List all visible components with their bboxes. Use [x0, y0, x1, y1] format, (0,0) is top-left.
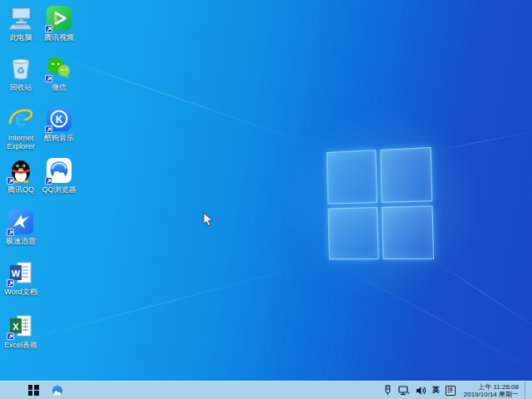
- excel-icon: X: [7, 313, 34, 339]
- icon-label: QQ浏览器: [42, 185, 76, 194]
- shortcut-arrow-badge: [7, 279, 14, 287]
- icon-label: 腾讯视频: [44, 33, 74, 42]
- icon-label: 酷狗音乐: [44, 134, 74, 142]
- windows-start-icon: [28, 385, 39, 396]
- icon-label: Word文档: [4, 288, 37, 296]
- taskbar-qq-browser-button[interactable]: [46, 382, 69, 399]
- icon-label: 回收站: [10, 83, 32, 91]
- icon-label: 腾讯QQ: [7, 185, 34, 194]
- kugou-letter: K: [56, 114, 63, 126]
- desktop-icon-excel[interactable]: X Excel表格: [2, 313, 40, 349]
- windows-logo-wallpaper: [327, 147, 434, 259]
- taskbar-clock[interactable]: 上午 11:26:08 2019/10/14 星期一: [461, 383, 519, 398]
- icon-label: 极速迅雷: [6, 237, 36, 245]
- mouse-cursor: [203, 212, 213, 230]
- desktop-icon-qq-browser[interactable]: QQ浏览器: [40, 157, 78, 194]
- shortcut-arrow-badge: [45, 25, 52, 32]
- desktop-icon-internet-explorer[interactable]: e Internet Explorer: [2, 106, 40, 150]
- word-icon: W: [7, 259, 34, 286]
- excel-letter: X: [12, 322, 19, 332]
- shortcut-arrow-badge: [7, 332, 14, 340]
- start-button[interactable]: [21, 382, 46, 399]
- desktop-icon-word[interactable]: W Word文档: [2, 259, 40, 296]
- system-tray: 英 拼 上午 11:26:08 2019/10/14 星期一: [383, 382, 532, 399]
- logo-pane: [380, 147, 433, 203]
- tencent-qq-icon: [7, 157, 34, 184]
- network-tray-icon[interactable]: [398, 382, 410, 399]
- usb-eject-tray-icon[interactable]: [383, 382, 392, 399]
- wallpaper-ray: [328, 259, 532, 377]
- desktop: 此电脑 腾讯视频 ♻ 回收站: [0, 0, 532, 399]
- taskbar: 英 拼 上午 11:26:08 2019/10/14 星期一: [0, 381, 532, 399]
- icon-label: 微信: [52, 83, 66, 91]
- internet-explorer-icon: e: [7, 106, 34, 132]
- thunder-icon: [7, 209, 34, 235]
- recycle-bin-icon: ♻: [7, 55, 34, 81]
- ime-mode-button[interactable]: 拼: [446, 382, 456, 399]
- logo-pane: [327, 150, 377, 204]
- logo-pane: [328, 207, 378, 260]
- desktop-icon-wechat[interactable]: 微信: [40, 55, 78, 91]
- shortcut-arrow-badge: [7, 229, 14, 236]
- desktop-icon-tencent-video[interactable]: 腾讯视频: [40, 5, 78, 42]
- shortcut-arrow-badge: [45, 126, 52, 133]
- ime-mode-icon: 拼: [446, 386, 456, 396]
- volume-tray-icon[interactable]: [416, 382, 426, 399]
- word-letter: W: [12, 268, 21, 278]
- shortcut-arrow-badge: [45, 177, 52, 185]
- icon-label: 此电脑: [10, 33, 32, 42]
- tencent-video-icon: [46, 5, 72, 32]
- clock-time: 上午 11:26:08: [464, 383, 519, 391]
- show-desktop-button[interactable]: [525, 382, 528, 399]
- shortcut-arrow-badge: [45, 75, 52, 82]
- desktop-icon-kugou-music[interactable]: K 酷狗音乐: [40, 106, 78, 142]
- wallpaper-ray: [0, 260, 326, 347]
- qq-browser-icon: [46, 157, 72, 184]
- this-pc-icon: [7, 5, 34, 32]
- shortcut-arrow-badge: [7, 177, 14, 185]
- desktop-icon-recycle-bin[interactable]: ♻ 回收站: [2, 55, 40, 91]
- desktop-icon-thunder[interactable]: 极速迅雷: [2, 209, 40, 245]
- wechat-icon: [46, 55, 72, 81]
- wallpaper-ray: [430, 130, 532, 152]
- clock-date: 2019/10/14 星期一: [464, 391, 519, 398]
- qq-browser-taskbar-icon: [51, 384, 64, 397]
- logo-pane: [382, 205, 435, 259]
- recycle-symbol: ♻: [17, 66, 25, 76]
- wallpaper-ray: [429, 258, 532, 333]
- icon-label: Internet Explorer: [2, 134, 40, 150]
- desktop-icon-tencent-qq[interactable]: 腾讯QQ: [2, 157, 40, 194]
- desktop-icon-this-pc[interactable]: 此电脑: [2, 5, 40, 42]
- language-indicator[interactable]: 英: [432, 382, 440, 399]
- icon-label: Excel表格: [4, 341, 37, 349]
- kugou-music-icon: K: [46, 106, 72, 132]
